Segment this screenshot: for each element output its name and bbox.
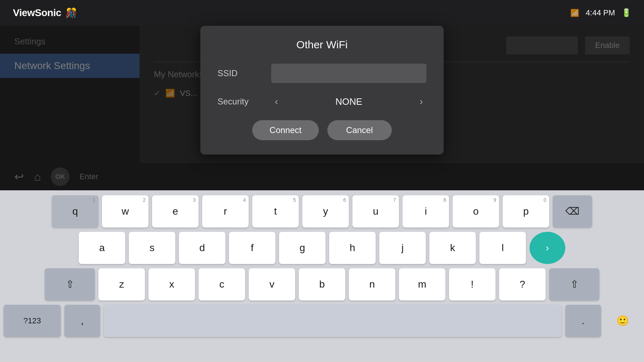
top-bar: ViewSonic 🎊 📶 4:44 PM 🔋 [0, 0, 644, 26]
keyboard-row-3: ⇧ z x c v b n m ! ? ⇧ [4, 268, 640, 300]
key-question[interactable]: ? [499, 268, 546, 300]
key-r[interactable]: 4 r [202, 195, 249, 228]
keyboard: 1 q 2 w 3 e 4 r 5 t 6 y 7 u 8 i [0, 190, 644, 362]
key-g[interactable]: g [279, 232, 326, 264]
ssid-label: SSID [218, 68, 264, 78]
key-b[interactable]: b [299, 268, 345, 300]
logo-emoji: 🎊 [65, 8, 77, 19]
key-h[interactable]: h [329, 232, 376, 264]
key-d[interactable]: d [179, 232, 225, 264]
dialog-title: Other WiFi [218, 39, 426, 51]
key-l[interactable]: l [479, 232, 526, 264]
ssid-row: SSID [218, 64, 426, 83]
status-area: 📶 4:44 PM 🔋 [570, 8, 631, 18]
key-n[interactable]: n [349, 268, 395, 300]
security-selector: ‹ NONE › [271, 94, 426, 109]
key-y[interactable]: 6 y [302, 195, 349, 228]
security-label: Security [218, 97, 264, 107]
time-display: 4:44 PM [586, 8, 615, 18]
key-w[interactable]: 2 w [102, 195, 148, 228]
logo-text: ViewSonic [13, 7, 61, 19]
space-key[interactable] [104, 305, 562, 337]
key-v[interactable]: v [249, 268, 295, 300]
other-wifi-dialog: Other WiFi SSID Security ‹ NONE › Connec… [200, 26, 444, 155]
keyboard-row-2: a s d f g h j k l › [4, 232, 640, 264]
key-e[interactable]: 3 e [152, 195, 199, 228]
dialog-buttons: Connect Cancel [218, 120, 426, 140]
key-u[interactable]: 7 u [352, 195, 399, 228]
key-c[interactable]: c [199, 268, 245, 300]
wifi-icon: 📶 [570, 9, 579, 17]
logo-area: ViewSonic 🎊 [13, 7, 77, 19]
shift-left-key[interactable]: ⇧ [45, 268, 95, 300]
keyboard-row-1: 1 q 2 w 3 e 4 r 5 t 6 y 7 u 8 i [4, 195, 640, 228]
period-key[interactable]: . [565, 305, 601, 337]
numeric-mode-key[interactable]: ?123 [4, 305, 61, 337]
battery-icon: 🔋 [621, 8, 631, 18]
key-t[interactable]: 5 t [252, 195, 299, 228]
connect-button[interactable]: Connect [252, 120, 318, 140]
key-p[interactable]: 0 p [503, 195, 549, 228]
comma-key[interactable]: , [64, 305, 100, 337]
key-a[interactable]: a [79, 232, 125, 264]
key-z[interactable]: z [98, 268, 145, 300]
ssid-input[interactable] [271, 64, 426, 83]
key-k[interactable]: k [429, 232, 476, 264]
security-value: NONE [335, 96, 362, 107]
key-o[interactable]: 9 o [453, 195, 499, 228]
security-next-button[interactable]: › [416, 94, 426, 109]
backspace-key[interactable]: ⌫ [553, 195, 592, 228]
key-s[interactable]: s [129, 232, 175, 264]
enter-key[interactable]: › [530, 232, 565, 264]
security-prev-button[interactable]: ‹ [271, 94, 282, 109]
key-exclaim[interactable]: ! [449, 268, 496, 300]
key-i[interactable]: 8 i [402, 195, 449, 228]
key-f[interactable]: f [229, 232, 275, 264]
shift-right-key[interactable]: ⇧ [549, 268, 599, 300]
key-q[interactable]: 1 q [52, 195, 98, 228]
key-j[interactable]: j [379, 232, 426, 264]
key-m[interactable]: m [399, 268, 445, 300]
keyboard-row-4: ?123 , . 🙂 [4, 305, 640, 337]
security-row: Security ‹ NONE › [218, 94, 426, 109]
cancel-button[interactable]: Cancel [327, 120, 392, 140]
key-x[interactable]: x [148, 268, 195, 300]
emoji-key[interactable]: 🙂 [605, 305, 640, 337]
enter-arrow-icon: › [546, 242, 549, 254]
